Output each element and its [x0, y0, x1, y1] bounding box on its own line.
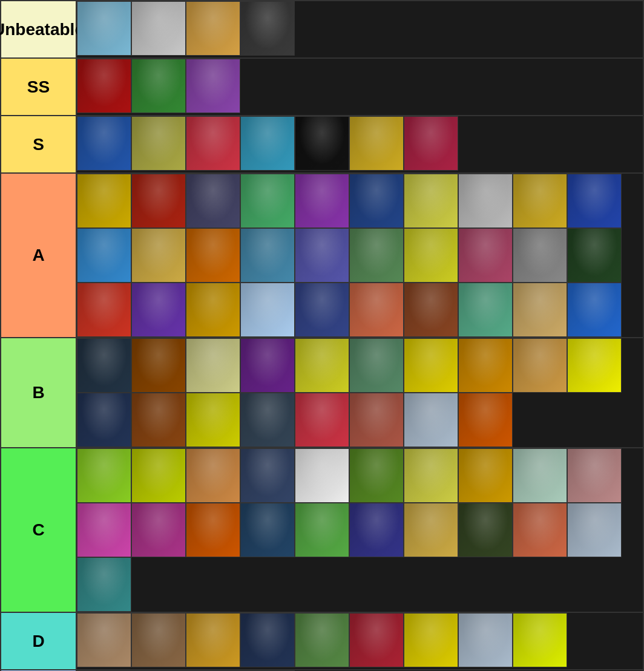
tier-item-a7[interactable] — [404, 174, 458, 228]
tier-item-u4[interactable] — [240, 1, 295, 56]
tier-item-ss1[interactable] — [77, 59, 131, 113]
tier-item-b5[interactable] — [295, 338, 349, 393]
tier-item-a4[interactable] — [240, 174, 295, 228]
tier-item-s4[interactable] — [240, 116, 295, 171]
tier-label-s: S — [1, 116, 77, 172]
tier-item-ss2[interactable] — [131, 59, 186, 113]
tier-item-b14[interactable] — [240, 393, 295, 447]
tier-item-a14[interactable] — [240, 228, 295, 283]
tier-item-a25[interactable] — [295, 283, 349, 337]
tier-item-a2[interactable] — [131, 174, 186, 228]
tier-item-a24[interactable] — [240, 283, 295, 337]
tier-item-b11[interactable] — [77, 393, 131, 447]
tier-item-u3[interactable] — [186, 1, 240, 56]
tier-item-a20[interactable] — [567, 228, 622, 283]
tier-item-b1[interactable] — [77, 338, 131, 393]
tier-item-c11[interactable] — [77, 503, 131, 557]
tier-item-d8[interactable] — [458, 613, 513, 667]
tier-label-a: A — [1, 174, 77, 337]
tier-item-d9[interactable] — [513, 613, 567, 667]
tier-item-a15[interactable] — [295, 228, 349, 283]
tier-item-a13[interactable] — [186, 228, 240, 283]
tier-item-c20[interactable] — [567, 503, 622, 557]
tier-item-a12[interactable] — [131, 228, 186, 283]
tier-item-c9[interactable] — [513, 448, 567, 503]
tier-item-c18[interactable] — [458, 503, 513, 557]
tier-item-d2[interactable] — [131, 613, 186, 667]
tier-item-b4[interactable] — [240, 338, 295, 393]
tier-item-b8[interactable] — [458, 338, 513, 393]
tier-item-c5[interactable] — [295, 448, 349, 503]
tier-item-d1[interactable] — [77, 613, 131, 667]
tier-item-c3[interactable] — [186, 448, 240, 503]
tier-item-c21[interactable] — [77, 557, 131, 612]
tier-item-a10[interactable] — [567, 174, 622, 228]
tier-item-b6[interactable] — [349, 338, 404, 393]
tier-item-b18[interactable] — [458, 393, 513, 447]
tier-item-c14[interactable] — [240, 503, 295, 557]
tier-item-b9[interactable] — [513, 338, 567, 393]
tier-item-a17[interactable] — [404, 228, 458, 283]
tier-item-d5[interactable] — [295, 613, 349, 667]
tier-item-s7[interactable] — [404, 116, 458, 171]
tier-item-a9[interactable] — [513, 174, 567, 228]
tier-item-a19[interactable] — [513, 228, 567, 283]
tier-item-c8[interactable] — [458, 448, 513, 503]
tier-row-c: C — [1, 448, 643, 613]
tier-item-a11[interactable] — [77, 228, 131, 283]
tier-item-a30[interactable] — [567, 283, 622, 337]
tier-row-s: S — [1, 116, 643, 174]
tier-items-ss — [77, 59, 643, 115]
tier-item-c19[interactable] — [513, 503, 567, 557]
tier-item-s1[interactable] — [77, 116, 131, 171]
tier-item-u2[interactable] — [131, 1, 186, 56]
tier-item-c6[interactable] — [349, 448, 404, 503]
tier-item-c4[interactable] — [240, 448, 295, 503]
tier-item-a26[interactable] — [349, 283, 404, 337]
tier-item-c7[interactable] — [404, 448, 458, 503]
tier-item-c1[interactable] — [77, 448, 131, 503]
tier-item-a5[interactable] — [295, 174, 349, 228]
tier-item-a1[interactable] — [77, 174, 131, 228]
tier-item-c16[interactable] — [349, 503, 404, 557]
tier-item-b12[interactable] — [131, 393, 186, 447]
tier-item-a29[interactable] — [513, 283, 567, 337]
tier-item-a18[interactable] — [458, 228, 513, 283]
tier-item-b3[interactable] — [186, 338, 240, 393]
tier-item-c17[interactable] — [404, 503, 458, 557]
tier-item-s3[interactable] — [186, 116, 240, 171]
tier-item-b13[interactable] — [186, 393, 240, 447]
tier-item-b7[interactable] — [404, 338, 458, 393]
tier-item-b17[interactable] — [404, 393, 458, 447]
tier-items-d — [77, 613, 643, 669]
tier-item-s6[interactable] — [349, 116, 404, 171]
tier-item-b2[interactable] — [131, 338, 186, 393]
tier-item-c12[interactable] — [131, 503, 186, 557]
tier-item-c13[interactable] — [186, 503, 240, 557]
tier-item-a23[interactable] — [186, 283, 240, 337]
tier-item-b16[interactable] — [349, 393, 404, 447]
tier-item-c2[interactable] — [131, 448, 186, 503]
tier-item-b10[interactable] — [567, 338, 622, 393]
tier-item-c15[interactable] — [295, 503, 349, 557]
tier-item-s5[interactable] — [295, 116, 349, 171]
tier-item-a21[interactable] — [77, 283, 131, 337]
tier-item-u1[interactable] — [77, 1, 131, 56]
tier-item-a28[interactable] — [458, 283, 513, 337]
tier-item-a16[interactable] — [349, 228, 404, 283]
tier-item-a22[interactable] — [131, 283, 186, 337]
tier-label-d: D — [1, 613, 77, 669]
tier-item-d6[interactable] — [349, 613, 404, 667]
tier-row-a: A — [1, 174, 643, 338]
tier-item-ss3[interactable] — [186, 59, 240, 113]
tier-item-a3[interactable] — [186, 174, 240, 228]
tier-item-c10[interactable] — [567, 448, 622, 503]
tier-item-a8[interactable] — [458, 174, 513, 228]
tier-item-a6[interactable] — [349, 174, 404, 228]
tier-item-s2[interactable] — [131, 116, 186, 171]
tier-item-b15[interactable] — [295, 393, 349, 447]
tier-item-d4[interactable] — [240, 613, 295, 667]
tier-item-d7[interactable] — [404, 613, 458, 667]
tier-item-a27[interactable] — [404, 283, 458, 337]
tier-item-d3[interactable] — [186, 613, 240, 667]
